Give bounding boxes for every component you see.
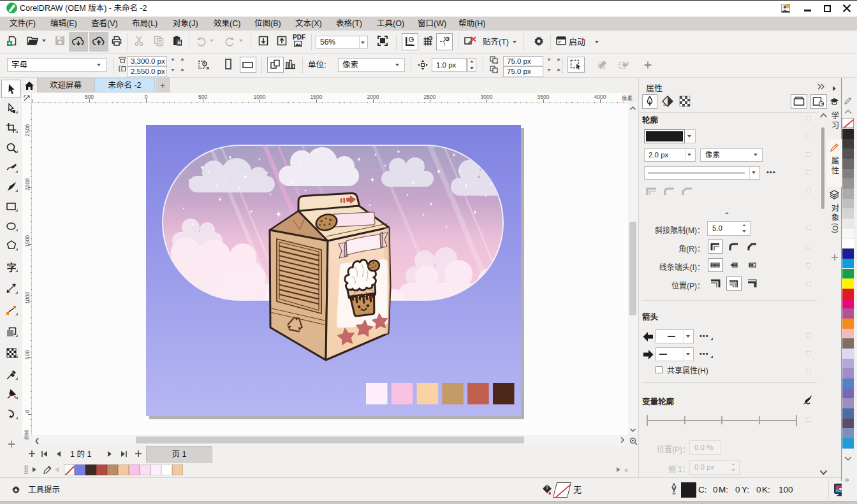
svg-text:y: y <box>496 70 498 74</box>
svg-text:x: x <box>496 61 498 64</box>
